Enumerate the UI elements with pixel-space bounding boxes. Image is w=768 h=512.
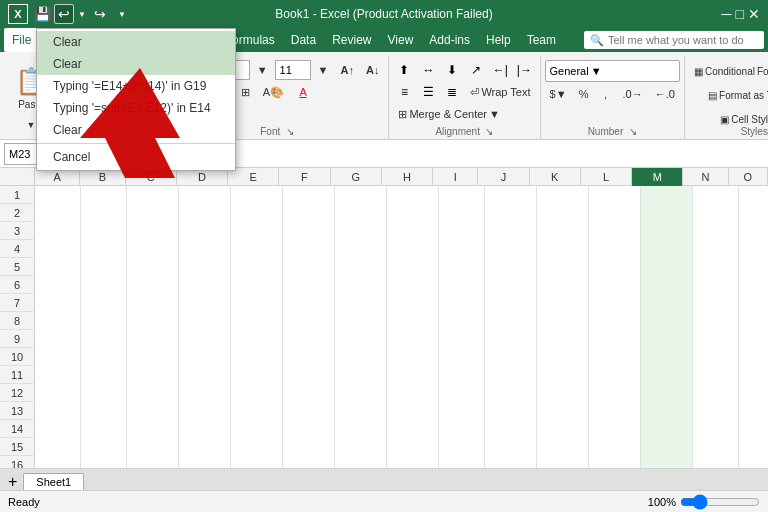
cell-K5[interactable] xyxy=(537,258,589,276)
cell-D6[interactable] xyxy=(179,276,231,294)
cell-L14[interactable] xyxy=(589,420,641,438)
maximize-button[interactable]: □ xyxy=(736,6,744,22)
cell-I3[interactable] xyxy=(439,222,485,240)
cell-J8[interactable] xyxy=(485,312,537,330)
cell-L6[interactable] xyxy=(589,276,641,294)
cell-O7[interactable] xyxy=(739,294,768,312)
cell-N2[interactable] xyxy=(693,204,739,222)
border-button[interactable]: ⊞ xyxy=(236,82,256,102)
cell-J5[interactable] xyxy=(485,258,537,276)
cell-H2[interactable] xyxy=(387,204,439,222)
cell-L2[interactable] xyxy=(589,204,641,222)
cell-A14[interactable] xyxy=(35,420,81,438)
new-sheet-button[interactable]: + xyxy=(4,474,21,490)
cell-C3[interactable] xyxy=(127,222,179,240)
cell-F9[interactable] xyxy=(283,330,335,348)
cell-I12[interactable] xyxy=(439,384,485,402)
font-size-input[interactable] xyxy=(275,60,311,80)
cell-G15[interactable] xyxy=(335,438,387,456)
cell-N4[interactable] xyxy=(693,240,739,258)
corner-cell[interactable] xyxy=(0,168,35,185)
cell-A13[interactable] xyxy=(35,402,81,420)
text-direction-button[interactable]: ↗ xyxy=(465,60,487,80)
align-right-button[interactable]: ≣ xyxy=(441,82,463,102)
redo-button[interactable]: ↪ xyxy=(90,4,110,24)
cell-I2[interactable] xyxy=(439,204,485,222)
cell-K10[interactable] xyxy=(537,348,589,366)
align-center-button[interactable]: ☰ xyxy=(417,82,439,102)
cell-B6[interactable] xyxy=(81,276,127,294)
undo-cancel[interactable]: Cancel xyxy=(37,146,235,168)
cell-D9[interactable] xyxy=(179,330,231,348)
cell-B11[interactable] xyxy=(81,366,127,384)
cell-E1[interactable] xyxy=(231,186,283,204)
cell-I7[interactable] xyxy=(439,294,485,312)
cell-I1[interactable] xyxy=(439,186,485,204)
cell-F13[interactable] xyxy=(283,402,335,420)
cell-M8[interactable] xyxy=(641,312,693,330)
menu-help[interactable]: Help xyxy=(478,28,519,52)
col-header-N[interactable]: N xyxy=(683,168,728,186)
cell-K4[interactable] xyxy=(537,240,589,258)
cell-F8[interactable] xyxy=(283,312,335,330)
cell-H7[interactable] xyxy=(387,294,439,312)
row-num-10[interactable]: 10 xyxy=(0,348,35,365)
comma-button[interactable]: , xyxy=(596,84,616,104)
cell-J7[interactable] xyxy=(485,294,537,312)
row-num-13[interactable]: 13 xyxy=(0,402,35,419)
cell-G4[interactable] xyxy=(335,240,387,258)
cell-N1[interactable] xyxy=(693,186,739,204)
increase-font-button[interactable]: A↑ xyxy=(335,60,358,80)
menu-addins[interactable]: Add-ins xyxy=(421,28,478,52)
cell-H4[interactable] xyxy=(387,240,439,258)
cell-L12[interactable] xyxy=(589,384,641,402)
col-header-I[interactable]: I xyxy=(433,168,478,186)
cell-H8[interactable] xyxy=(387,312,439,330)
cell-J12[interactable] xyxy=(485,384,537,402)
cell-O8[interactable] xyxy=(739,312,768,330)
cell-E9[interactable] xyxy=(231,330,283,348)
cell-G13[interactable] xyxy=(335,402,387,420)
cell-J6[interactable] xyxy=(485,276,537,294)
cell-J14[interactable] xyxy=(485,420,537,438)
percent-button[interactable]: % xyxy=(574,84,594,104)
col-header-M[interactable]: M xyxy=(632,168,683,186)
cell-C1[interactable] xyxy=(127,186,179,204)
increase-decimal-button[interactable]: .0→ xyxy=(618,84,648,104)
cell-M3[interactable] xyxy=(641,222,693,240)
number-format-dropdown[interactable]: General ▼ xyxy=(545,60,680,82)
cell-L3[interactable] xyxy=(589,222,641,240)
cell-K12[interactable] xyxy=(537,384,589,402)
cell-J11[interactable] xyxy=(485,366,537,384)
formula-input[interactable] xyxy=(176,143,764,165)
sheet-tab-1[interactable]: Sheet1 xyxy=(23,473,84,490)
cell-I10[interactable] xyxy=(439,348,485,366)
cell-C13[interactable] xyxy=(127,402,179,420)
cell-E5[interactable] xyxy=(231,258,283,276)
cell-H12[interactable] xyxy=(387,384,439,402)
align-left-button[interactable]: ≡ xyxy=(393,82,415,102)
cell-A12[interactable] xyxy=(35,384,81,402)
cell-A9[interactable] xyxy=(35,330,81,348)
cell-C15[interactable] xyxy=(127,438,179,456)
cell-G3[interactable] xyxy=(335,222,387,240)
cell-D14[interactable] xyxy=(179,420,231,438)
cell-G9[interactable] xyxy=(335,330,387,348)
cell-F12[interactable] xyxy=(283,384,335,402)
undo-item-5[interactable]: Clear xyxy=(37,119,235,141)
cell-L13[interactable] xyxy=(589,402,641,420)
cell-B14[interactable] xyxy=(81,420,127,438)
col-header-J[interactable]: J xyxy=(478,168,529,186)
cell-F5[interactable] xyxy=(283,258,335,276)
cell-O15[interactable] xyxy=(739,438,768,456)
cell-K11[interactable] xyxy=(537,366,589,384)
cell-N5[interactable] xyxy=(693,258,739,276)
cell-D15[interactable] xyxy=(179,438,231,456)
cell-H3[interactable] xyxy=(387,222,439,240)
menu-file[interactable]: File xyxy=(4,28,39,52)
cell-L9[interactable] xyxy=(589,330,641,348)
cell-G12[interactable] xyxy=(335,384,387,402)
cell-D10[interactable] xyxy=(179,348,231,366)
cell-B13[interactable] xyxy=(81,402,127,420)
cell-D7[interactable] xyxy=(179,294,231,312)
